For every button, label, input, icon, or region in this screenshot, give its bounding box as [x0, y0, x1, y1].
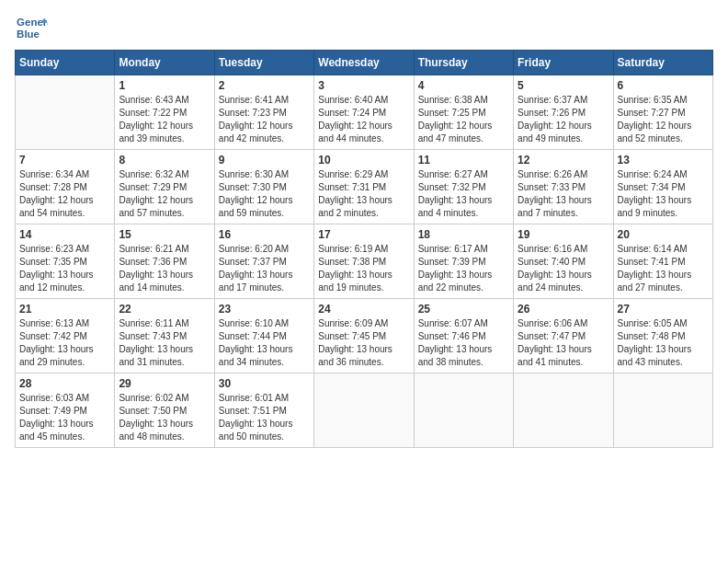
day-number: 19 [518, 228, 609, 241]
svg-text:Blue: Blue [17, 29, 40, 40]
day-number: 24 [318, 303, 409, 316]
day-number: 21 [19, 303, 110, 316]
day-info: Sunrise: 6:20 AM Sunset: 7:37 PM Dayligh… [219, 243, 310, 294]
calendar-day-cell: 16Sunrise: 6:20 AM Sunset: 7:37 PM Dayli… [214, 224, 313, 299]
calendar-day-cell: 27Sunrise: 6:05 AM Sunset: 7:48 PM Dayli… [613, 299, 712, 373]
day-number: 5 [518, 79, 609, 92]
day-info: Sunrise: 6:27 AM Sunset: 7:32 PM Dayligh… [418, 168, 509, 220]
calendar-day-cell: 17Sunrise: 6:19 AM Sunset: 7:38 PM Dayli… [314, 224, 414, 299]
calendar-day-cell: 18Sunrise: 6:17 AM Sunset: 7:39 PM Dayli… [414, 224, 513, 299]
day-number: 29 [119, 377, 210, 390]
day-info: Sunrise: 6:32 AM Sunset: 7:29 PM Dayligh… [119, 168, 210, 220]
day-number: 1 [119, 79, 210, 92]
calendar-day-cell: 14Sunrise: 6:23 AM Sunset: 7:35 PM Dayli… [16, 224, 115, 299]
day-info: Sunrise: 6:30 AM Sunset: 7:30 PM Dayligh… [219, 168, 310, 220]
day-number: 8 [119, 154, 210, 167]
day-info: Sunrise: 6:03 AM Sunset: 7:49 PM Dayligh… [19, 392, 110, 443]
day-info: Sunrise: 6:07 AM Sunset: 7:46 PM Dayligh… [418, 317, 509, 369]
calendar-day-cell: 1Sunrise: 6:43 AM Sunset: 7:22 PM Daylig… [115, 75, 214, 150]
calendar-week-row: 21Sunrise: 6:13 AM Sunset: 7:42 PM Dayli… [16, 299, 713, 373]
day-info: Sunrise: 6:29 AM Sunset: 7:31 PM Dayligh… [318, 168, 409, 220]
calendar-day-cell: 10Sunrise: 6:29 AM Sunset: 7:31 PM Dayli… [314, 150, 414, 224]
day-number: 15 [119, 228, 210, 241]
weekday-header: Wednesday [314, 51, 414, 75]
calendar-day-cell: 2Sunrise: 6:41 AM Sunset: 7:23 PM Daylig… [214, 75, 313, 150]
day-info: Sunrise: 6:10 AM Sunset: 7:44 PM Dayligh… [219, 317, 310, 369]
calendar-day-cell: 26Sunrise: 6:06 AM Sunset: 7:47 PM Dayli… [514, 299, 613, 373]
day-info: Sunrise: 6:24 AM Sunset: 7:34 PM Dayligh… [618, 168, 709, 220]
weekday-header: Sunday [16, 51, 115, 75]
day-info: Sunrise: 6:19 AM Sunset: 7:38 PM Dayligh… [318, 243, 409, 294]
calendar-day-cell: 29Sunrise: 6:02 AM Sunset: 7:50 PM Dayli… [115, 373, 214, 448]
day-number: 4 [418, 79, 509, 92]
day-info: Sunrise: 6:05 AM Sunset: 7:48 PM Dayligh… [618, 317, 709, 369]
logo-icon: General Blue [15, 15, 48, 42]
day-number: 11 [418, 154, 509, 167]
calendar-day-cell [613, 373, 712, 448]
calendar-day-cell: 12Sunrise: 6:26 AM Sunset: 7:33 PM Dayli… [514, 150, 613, 224]
day-info: Sunrise: 6:13 AM Sunset: 7:42 PM Dayligh… [19, 317, 110, 369]
calendar-day-cell: 21Sunrise: 6:13 AM Sunset: 7:42 PM Dayli… [16, 299, 115, 373]
day-number: 13 [618, 154, 709, 167]
day-number: 3 [318, 79, 409, 92]
day-number: 26 [518, 303, 609, 316]
calendar-day-cell: 8Sunrise: 6:32 AM Sunset: 7:29 PM Daylig… [115, 150, 214, 224]
calendar-day-cell: 24Sunrise: 6:09 AM Sunset: 7:45 PM Dayli… [314, 299, 414, 373]
calendar-table: SundayMondayTuesdayWednesdayThursdayFrid… [15, 50, 713, 448]
calendar-day-cell: 7Sunrise: 6:34 AM Sunset: 7:28 PM Daylig… [16, 150, 115, 224]
day-number: 22 [119, 303, 210, 316]
day-info: Sunrise: 6:26 AM Sunset: 7:33 PM Dayligh… [518, 168, 609, 220]
calendar-day-cell [414, 373, 513, 448]
day-number: 16 [219, 228, 310, 241]
day-info: Sunrise: 6:14 AM Sunset: 7:41 PM Dayligh… [618, 243, 709, 294]
weekday-header: Tuesday [214, 51, 313, 75]
calendar-week-row: 28Sunrise: 6:03 AM Sunset: 7:49 PM Dayli… [16, 373, 713, 448]
weekday-header: Monday [115, 51, 214, 75]
day-number: 27 [618, 303, 709, 316]
calendar-day-cell: 4Sunrise: 6:38 AM Sunset: 7:25 PM Daylig… [414, 75, 513, 150]
calendar-day-cell: 20Sunrise: 6:14 AM Sunset: 7:41 PM Dayli… [613, 224, 712, 299]
day-info: Sunrise: 6:02 AM Sunset: 7:50 PM Dayligh… [119, 392, 210, 443]
calendar-day-cell: 5Sunrise: 6:37 AM Sunset: 7:26 PM Daylig… [514, 75, 613, 150]
day-info: Sunrise: 6:11 AM Sunset: 7:43 PM Dayligh… [119, 317, 210, 369]
day-number: 7 [19, 154, 110, 167]
logo: General Blue [15, 15, 48, 42]
day-info: Sunrise: 6:21 AM Sunset: 7:36 PM Dayligh… [119, 243, 210, 294]
day-info: Sunrise: 6:34 AM Sunset: 7:28 PM Dayligh… [19, 168, 110, 220]
day-number: 18 [418, 228, 509, 241]
calendar-header: SundayMondayTuesdayWednesdayThursdayFrid… [16, 51, 713, 75]
calendar-day-cell: 6Sunrise: 6:35 AM Sunset: 7:27 PM Daylig… [613, 75, 712, 150]
day-info: Sunrise: 6:23 AM Sunset: 7:35 PM Dayligh… [19, 243, 110, 294]
day-number: 12 [518, 154, 609, 167]
calendar-week-row: 7Sunrise: 6:34 AM Sunset: 7:28 PM Daylig… [16, 150, 713, 224]
day-info: Sunrise: 6:17 AM Sunset: 7:39 PM Dayligh… [418, 243, 509, 294]
calendar-day-cell [514, 373, 613, 448]
day-info: Sunrise: 6:09 AM Sunset: 7:45 PM Dayligh… [318, 317, 409, 369]
calendar-week-row: 14Sunrise: 6:23 AM Sunset: 7:35 PM Dayli… [16, 224, 713, 299]
calendar-day-cell: 11Sunrise: 6:27 AM Sunset: 7:32 PM Dayli… [414, 150, 513, 224]
weekday-header: Friday [514, 51, 613, 75]
day-info: Sunrise: 6:43 AM Sunset: 7:22 PM Dayligh… [119, 94, 210, 145]
day-number: 10 [318, 154, 409, 167]
calendar-day-cell: 3Sunrise: 6:40 AM Sunset: 7:24 PM Daylig… [314, 75, 414, 150]
calendar-day-cell: 25Sunrise: 6:07 AM Sunset: 7:46 PM Dayli… [414, 299, 513, 373]
day-info: Sunrise: 6:01 AM Sunset: 7:51 PM Dayligh… [219, 392, 310, 443]
day-number: 28 [19, 377, 110, 390]
day-number: 30 [219, 377, 310, 390]
day-number: 9 [219, 154, 310, 167]
calendar-day-cell: 30Sunrise: 6:01 AM Sunset: 7:51 PM Dayli… [214, 373, 313, 448]
day-number: 25 [418, 303, 509, 316]
day-info: Sunrise: 6:37 AM Sunset: 7:26 PM Dayligh… [518, 94, 609, 145]
day-number: 6 [618, 79, 709, 92]
calendar-day-cell: 23Sunrise: 6:10 AM Sunset: 7:44 PM Dayli… [214, 299, 313, 373]
day-info: Sunrise: 6:35 AM Sunset: 7:27 PM Dayligh… [618, 94, 709, 145]
day-number: 14 [19, 228, 110, 241]
day-info: Sunrise: 6:16 AM Sunset: 7:40 PM Dayligh… [518, 243, 609, 294]
day-info: Sunrise: 6:06 AM Sunset: 7:47 PM Dayligh… [518, 317, 609, 369]
calendar-day-cell: 22Sunrise: 6:11 AM Sunset: 7:43 PM Dayli… [115, 299, 214, 373]
calendar-day-cell: 28Sunrise: 6:03 AM Sunset: 7:49 PM Dayli… [16, 373, 115, 448]
calendar-day-cell: 13Sunrise: 6:24 AM Sunset: 7:34 PM Dayli… [613, 150, 712, 224]
day-number: 17 [318, 228, 409, 241]
day-number: 23 [219, 303, 310, 316]
weekday-header: Thursday [414, 51, 513, 75]
